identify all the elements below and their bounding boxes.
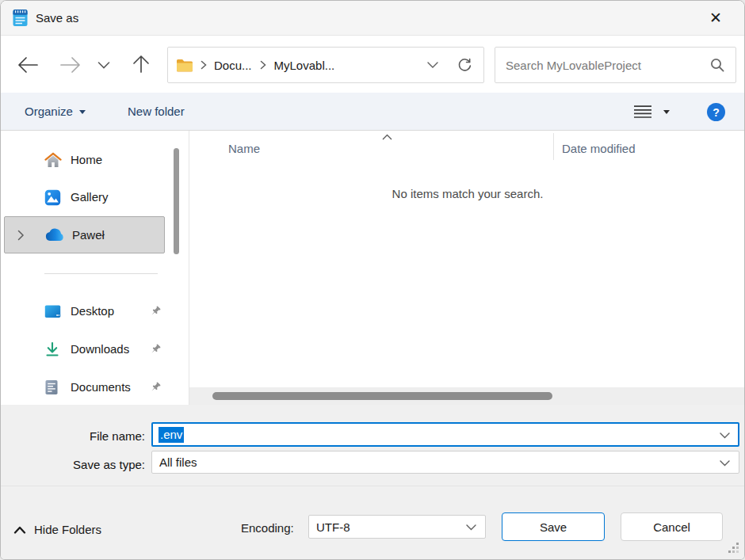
chevron-down-icon xyxy=(97,62,110,69)
chevron-down-icon[interactable] xyxy=(720,432,730,439)
search-input[interactable] xyxy=(506,48,708,82)
notepad-icon xyxy=(13,9,28,27)
sidebar-item-downloads[interactable]: Downloads xyxy=(1,333,167,365)
sidebar-item-gallery[interactable]: Gallery xyxy=(1,181,167,213)
encoding-value: UTF-8 xyxy=(316,520,350,534)
sidebar-scrollbar[interactable] xyxy=(174,148,179,254)
chevron-down-icon xyxy=(663,110,670,114)
save-as-type-value: All files xyxy=(159,455,197,469)
content-area: Home Gallery xyxy=(1,131,745,405)
sidebar-separator xyxy=(44,273,158,274)
hide-folders-label: Hide Folders xyxy=(34,523,101,536)
save-as-dialog: Save as ✕ xyxy=(0,0,745,560)
new-folder-label: New folder xyxy=(128,105,185,118)
navigation-row: Docu... MyLovabl... xyxy=(1,36,745,93)
file-name-value: .env xyxy=(159,427,184,443)
sidebar-item-label: Desktop xyxy=(71,303,114,319)
expand-chevron-icon[interactable] xyxy=(17,230,25,241)
list-view-icon xyxy=(633,105,652,118)
pin-icon[interactable] xyxy=(148,381,162,394)
pin-icon[interactable] xyxy=(148,343,162,356)
recent-locations-button[interactable] xyxy=(94,58,114,72)
save-as-type-select[interactable]: All files xyxy=(151,451,739,474)
sidebar-item-label: Downloads xyxy=(71,341,129,357)
save-as-type-label: Save as type: xyxy=(1,457,145,473)
forward-button[interactable] xyxy=(58,54,83,76)
title-bar: Save as ✕ xyxy=(1,1,745,36)
command-bar: Organize New folder ? xyxy=(1,93,745,131)
save-button[interactable]: Save xyxy=(502,512,605,541)
window-title: Save as xyxy=(36,10,78,26)
refresh-icon[interactable] xyxy=(457,58,472,73)
downloads-icon xyxy=(44,341,60,357)
sidebar-item-pawel[interactable]: Paweł xyxy=(4,216,165,253)
empty-folder-message: No items match your search. xyxy=(189,186,745,202)
sidebar-item-home[interactable]: Home xyxy=(1,144,167,176)
chevron-up-icon xyxy=(13,526,26,534)
chevron-down-icon xyxy=(79,110,86,114)
breadcrumb-chevron-icon xyxy=(260,60,266,70)
breadcrumb-item-documents[interactable]: Docu... xyxy=(214,59,252,72)
onedrive-icon xyxy=(44,228,65,242)
file-name-input[interactable]: .env xyxy=(151,422,739,447)
sidebar-item-label: Home xyxy=(71,152,102,168)
desktop-icon xyxy=(44,304,61,319)
save-button-label: Save xyxy=(540,520,567,534)
back-arrow-icon xyxy=(17,56,38,74)
hide-folders-button[interactable]: Hide Folders xyxy=(13,523,101,536)
documents-icon xyxy=(44,379,59,395)
navigation-pane: Home Gallery xyxy=(1,131,189,405)
close-icon: ✕ xyxy=(709,9,722,27)
folder-icon xyxy=(176,59,193,72)
new-folder-button[interactable]: New folder xyxy=(128,93,185,130)
sidebar-item-documents[interactable]: Documents xyxy=(1,371,167,403)
organize-button[interactable]: Organize xyxy=(25,93,86,130)
resize-grip[interactable] xyxy=(728,543,739,554)
encoding-select[interactable]: UTF-8 xyxy=(308,515,486,539)
sidebar-item-desktop[interactable]: Desktop xyxy=(1,295,167,327)
cancel-button-label: Cancel xyxy=(653,520,690,534)
search-box xyxy=(495,47,736,83)
address-bar[interactable]: Docu... MyLovabl... xyxy=(167,47,484,83)
cancel-button[interactable]: Cancel xyxy=(621,512,723,541)
chevron-down-icon xyxy=(720,460,730,467)
column-separator[interactable] xyxy=(553,133,554,160)
forward-arrow-icon xyxy=(60,56,81,74)
change-view-button[interactable] xyxy=(633,93,652,130)
view-options-dropdown[interactable] xyxy=(663,93,670,130)
sidebar-item-label: Paweł xyxy=(72,227,105,243)
breadcrumb-chevron-icon xyxy=(201,60,207,70)
home-icon xyxy=(44,152,62,169)
pin-icon[interactable] xyxy=(148,305,162,318)
breadcrumb-item-project[interactable]: MyLovabl... xyxy=(274,59,335,72)
column-header-name[interactable]: Name xyxy=(228,141,260,157)
encoding-label: Encoding: xyxy=(241,520,294,536)
address-dropdown-icon[interactable] xyxy=(427,62,438,68)
close-button[interactable]: ✕ xyxy=(701,6,730,29)
file-list: Name Date modified No items match your s… xyxy=(189,131,745,405)
sort-ascending-icon xyxy=(382,134,392,140)
gallery-icon xyxy=(44,189,61,206)
column-header-date-modified[interactable]: Date modified xyxy=(562,141,636,157)
search-icon xyxy=(710,58,724,72)
up-arrow-icon xyxy=(132,55,151,74)
help-button[interactable]: ? xyxy=(707,103,725,121)
sidebar-item-label: Documents xyxy=(71,379,131,395)
help-icon: ? xyxy=(713,106,720,119)
up-button[interactable] xyxy=(128,53,154,75)
horizontal-scrollbar-thumb[interactable] xyxy=(212,392,552,400)
sidebar-item-label: Gallery xyxy=(71,189,109,205)
horizontal-scrollbar-track[interactable] xyxy=(189,387,745,405)
file-fields-panel: File name: .env Save as type: All files xyxy=(1,405,745,486)
dialog-footer: Hide Folders Encoding: UTF-8 Save Cancel xyxy=(1,486,745,560)
back-button[interactable] xyxy=(15,54,40,76)
file-name-label: File name: xyxy=(1,429,145,444)
organize-label: Organize xyxy=(25,105,73,118)
chevron-down-icon xyxy=(466,524,476,531)
